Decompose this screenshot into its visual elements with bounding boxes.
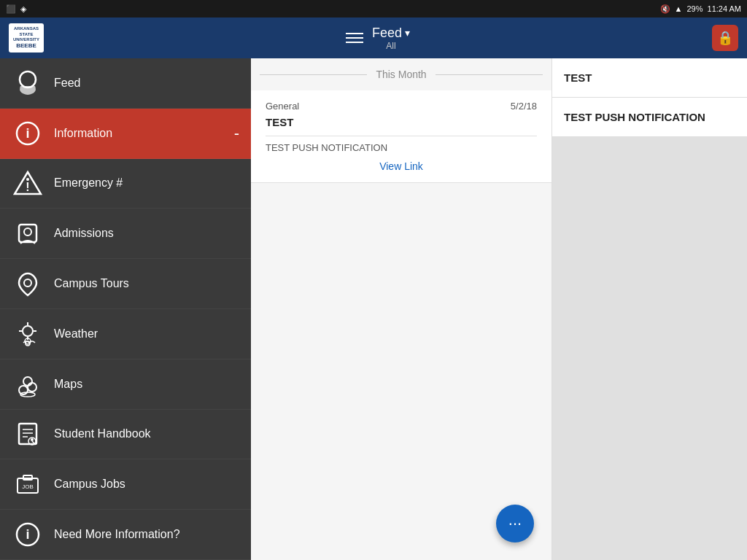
center-panel: This Month General 5/2/18 TEST TEST PUSH… [251,58,551,560]
svg-point-18 [28,383,36,392]
svg-rect-20 [19,424,36,444]
month-label: This Month [376,69,426,80]
feed-card-divider [266,136,537,136]
svg-text:i: i [26,126,29,141]
emergency-icon: ! [12,168,44,200]
weather-icon [12,318,44,350]
sidebar-label-maps: Maps [54,378,82,391]
svg-point-25 [31,438,34,441]
main-content: Feed i Information - ! Emergency [0,58,747,560]
svg-text:!: ! [26,181,29,193]
wifi-icon: ▲ [675,4,683,13]
fab-button[interactable]: ··· [496,505,534,542]
feed-card-link: View Link [266,160,537,172]
sidebar-label-information: Information [54,127,112,140]
status-bar-right: 🔇 ▲ 29% 11:24 AM [660,4,741,14]
month-header: This Month [251,58,551,90]
sidebar-item-feed[interactable]: Feed [0,58,251,109]
feed-header: Feed ▾ All [372,26,410,51]
right-item-test[interactable]: TEST [552,58,747,98]
feed-card-header: General 5/2/18 [266,101,537,112]
sidebar-label-need-more-info: Need More Information? [54,528,180,541]
right-panel: TEST TEST PUSH NOTIFICATION [551,58,747,560]
feed-title: Feed ▾ [372,26,410,41]
jobs-icon: JOB [12,468,44,500]
sidebar-label-student-handbook: Student Handbook [54,427,151,440]
app-header: ARKANSAS STATEUNIVERSITYBEEBE Feed ▾ All… [0,18,747,58]
svg-point-7 [24,228,31,236]
sidebar-item-emergency[interactable]: ! Emergency # [0,159,251,209]
maps-icon [12,368,44,400]
sidebar-item-admissions[interactable]: Admissions [0,209,251,259]
admissions-icon [12,217,44,249]
dropdown-chevron-icon: ▾ [405,27,410,39]
sidebar-label-feed: Feed [54,77,80,90]
feed-card-category: General [266,101,299,112]
sidebar-item-information[interactable]: i Information - [0,109,251,159]
sidebar-item-student-handbook[interactable]: Student Handbook [0,410,251,460]
feed-icon [12,67,44,99]
svg-point-0 [20,71,36,88]
feed-sub: All [386,41,395,51]
status-bar-left: ⬛ ◈ [6,4,26,14]
right-panel-empty-area [552,137,747,560]
screenshot-icon: ⬛ [6,4,16,14]
campus-tours-icon [12,268,44,300]
clock: 11:24 AM [708,4,741,13]
sidebar-label-campus-tours: Campus Tours [54,277,129,290]
svg-point-19 [23,377,32,386]
battery-level: 29% [686,4,703,13]
sidebar-collapse-icon[interactable]: - [234,124,239,143]
dropbox-icon: ◈ [20,4,26,14]
view-link-button[interactable]: View Link [379,160,423,172]
hamburger-menu[interactable] [346,33,363,43]
feed-card-title: TEST [266,116,537,128]
sidebar-item-maps[interactable]: Maps [0,359,251,410]
info-icon: i [12,117,44,149]
svg-point-8 [24,279,31,287]
feed-card-date: 5/2/18 [511,101,537,112]
svg-point-5 [26,178,29,181]
sidebar-item-weather[interactable]: Weather [0,309,251,359]
status-bar: ⬛ ◈ 🔇 ▲ 29% 11:24 AM [0,0,747,18]
sidebar-item-need-more-info[interactable]: i Need More Information? [0,510,251,560]
sidebar: Feed i Information - ! Emergency [0,58,251,560]
svg-rect-6 [19,225,36,242]
svg-text:i: i [26,527,29,542]
sidebar-label-weather: Weather [54,327,98,341]
sidebar-item-campus-tours[interactable]: Campus Tours [0,259,251,309]
svg-text:JOB: JOB [22,483,34,490]
sidebar-label-emergency: Emergency # [54,176,123,190]
lock-button[interactable]: 🔒 [712,25,738,51]
info-circle-icon: i [12,518,44,551]
app-logo: ARKANSAS STATEUNIVERSITYBEEBE [9,23,44,52]
sidebar-label-campus-jobs: Campus Jobs [54,478,125,491]
volume-icon: 🔇 [660,4,670,14]
svg-point-9 [23,326,33,336]
right-item-title-1: TEST [564,71,735,84]
sidebar-label-admissions: Admissions [54,227,114,240]
right-item-title-2: TEST PUSH NOTIFICATION [564,111,735,123]
feed-card: General 5/2/18 TEST TEST PUSH NOTIFICATI… [251,90,551,183]
handbook-icon [12,418,44,450]
right-item-test-push[interactable]: TEST PUSH NOTIFICATION [552,98,747,137]
university-logo: ARKANSAS STATEUNIVERSITYBEEBE [9,23,44,52]
feed-card-body: TEST PUSH NOTIFICATION [266,142,537,153]
sidebar-item-campus-jobs[interactable]: JOB Campus Jobs [0,459,251,510]
